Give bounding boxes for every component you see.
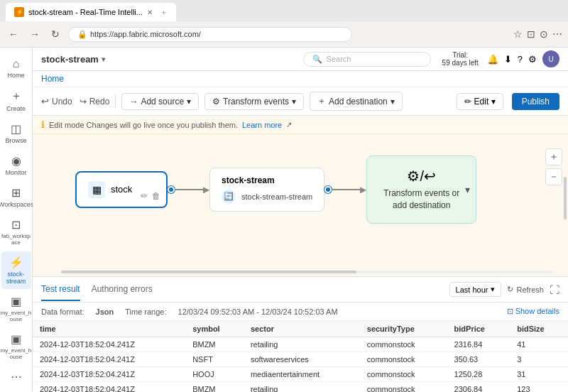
workspaces-icon: ⊞: [11, 186, 21, 200]
sidebar-item-stock-stream[interactable]: ⚡ stock-stream: [1, 251, 31, 289]
zoom-in-btn[interactable]: ＋: [545, 148, 562, 165]
sidebar-item-fab[interactable]: ⊡ fab_workspace: [1, 214, 31, 250]
table-cell: HOOJ: [185, 367, 244, 382]
sidebar-item-browse[interactable]: ◫ Browse: [1, 118, 31, 148]
external-link-icon: ↗: [286, 121, 292, 129]
destination-node[interactable]: ⚙/↩ Transform events or add destination …: [366, 156, 476, 224]
tab-authoring-errors[interactable]: Authoring errors: [92, 278, 153, 301]
tab-close-btn[interactable]: ✕: [147, 9, 153, 16]
add-destination-btn[interactable]: ＋ Add destination ▾: [310, 92, 403, 111]
redo-btn[interactable]: Redo: [89, 97, 110, 107]
data-table[interactable]: time symbol sector securityType bidPrice…: [33, 321, 568, 392]
back-btn[interactable]: ←: [6, 27, 21, 41]
help-icon[interactable]: ?: [518, 54, 523, 65]
top-bar-icons: 🔔 ⬇ ? ⚙ U: [487, 50, 559, 67]
show-details-btn[interactable]: ⊡ Show details: [507, 307, 559, 316]
canvas[interactable]: ▦ stock ✏ 🗑 ▶: [33, 134, 568, 276]
learn-more-link[interactable]: Learn more: [242, 121, 282, 129]
publish-btn[interactable]: Publish: [512, 93, 559, 110]
browse-icon: ◫: [11, 122, 21, 136]
table-cell: NSFT: [185, 352, 244, 367]
delete-node-icon[interactable]: 🗑: [152, 191, 160, 201]
canvas-scrollbar[interactable]: [564, 177, 567, 219]
notification-icon[interactable]: 🔔: [487, 54, 498, 65]
fab-icon: ⊡: [11, 218, 21, 232]
event2-icon: ▣: [11, 332, 21, 346]
reload-btn[interactable]: ↻: [48, 27, 62, 41]
share-icon[interactable]: ⚙: [528, 54, 537, 65]
sidebar-item-monitor[interactable]: ◉ Monitor: [1, 150, 31, 180]
search-box[interactable]: 🔍 Search: [303, 52, 431, 67]
data-format-label: Data format:: [41, 307, 84, 316]
edit-btn[interactable]: ✏ Edit ▾: [457, 93, 503, 110]
table-row: 2024-12-03T18:52:04.241ZNSFTsoftwareserv…: [33, 352, 568, 367]
workspace-name[interactable]: stock-stream ▾: [41, 54, 105, 65]
source-node[interactable]: ▦ stock ✏ 🗑: [75, 171, 168, 208]
sidebar-item-event1[interactable]: ▣ my_event_house: [1, 290, 31, 327]
canvas-hscrollbar-track: [61, 271, 554, 273]
zoom-out-btn[interactable]: －: [545, 168, 562, 185]
table-cell: commonstock: [360, 382, 447, 393]
home-link[interactable]: Home: [41, 74, 64, 84]
settings-icon[interactable]: ⋯: [552, 28, 562, 40]
stream-node[interactable]: stock-stream 🔄 stock-stream-stream: [209, 168, 324, 212]
profile-icon[interactable]: ⊙: [540, 28, 548, 40]
add-source-chevron: ▾: [187, 97, 191, 107]
download-icon[interactable]: ⬇: [504, 54, 512, 65]
top-bar: stock-stream ▾ 🔍 Search Trial: 59 days l…: [33, 48, 568, 71]
extension-icon[interactable]: ⊡: [527, 28, 535, 40]
breadcrumb: Home: [33, 71, 568, 87]
active-tab[interactable]: ⚡ stock-stream - Real-Time Intelli... ✕ …: [6, 3, 176, 21]
tab-test-result[interactable]: Test result: [41, 278, 80, 301]
table-body: 2024-12-03T18:52:04.241ZBMZMretailingcom…: [33, 337, 568, 393]
add-source-icon: →: [129, 97, 138, 107]
connector-dot2: [324, 186, 332, 193]
sidebar-item-event2[interactable]: ▣ my_event_house: [1, 328, 31, 364]
transform-events-btn[interactable]: ⚙ Transform events ▾: [204, 93, 304, 110]
edit-banner: ℹ Edit mode Changes will go live once yo…: [33, 116, 568, 134]
expand-icon[interactable]: ⛶: [550, 284, 559, 295]
table-cell: BMZM: [185, 337, 244, 352]
table-header-row: time symbol sector securityType bidPrice…: [33, 321, 568, 337]
search-icon: 🔍: [312, 55, 322, 64]
sidebar-item-workspaces[interactable]: ⊞ Workspaces: [1, 182, 31, 212]
more-icon: ⋯: [11, 370, 22, 383]
create-icon: ＋: [11, 89, 22, 104]
table-cell: 41: [510, 337, 568, 352]
flow-container: ▦ stock ✏ 🗑 ▶: [75, 156, 476, 224]
browser-icons: ☆ ⊡ ⊙ ⋯: [513, 28, 562, 40]
edit-node-icon[interactable]: ✏: [141, 191, 148, 201]
user-avatar[interactable]: U: [542, 50, 559, 67]
table-row: 2024-12-03T18:52:04.241ZHOOJmediaenterta…: [33, 367, 568, 382]
sidebar-item-home[interactable]: ⌂ Home: [1, 53, 31, 83]
time-selector-chevron: ▾: [491, 285, 495, 294]
sidebar-item-realtime[interactable]: ⚡ Real-TimeIntelligence: [1, 389, 31, 392]
refresh-icon: ↻: [507, 285, 513, 294]
results-tabs: Test result Authoring errors Last hour ▾…: [33, 277, 568, 303]
table-cell: softwareservices: [244, 352, 360, 367]
data-info: Data format: Json Time range: 12/03/24 0…: [33, 303, 568, 321]
add-source-btn[interactable]: → Add source ▾: [121, 93, 199, 110]
browser-chrome: ⚡ stock-stream - Real-Time Intelli... ✕ …: [0, 0, 568, 48]
table-cell: 2024-12-03T18:52:04.241Z: [33, 352, 185, 367]
star-icon[interactable]: ☆: [513, 28, 523, 40]
workspace-chevron: ▾: [102, 55, 105, 63]
canvas-hscrollbar-thumb[interactable]: [61, 271, 356, 273]
table-cell: 3: [510, 352, 568, 367]
source-node-icon: ▦: [88, 181, 105, 198]
undo-btn[interactable]: Undo: [52, 97, 72, 107]
refresh-btn[interactable]: ↻ Refresh: [507, 285, 544, 294]
address-bar[interactable]: 🔒 https://app.fabric.microsoft.com/: [68, 27, 352, 42]
time-selector-label: Last hour: [456, 285, 488, 294]
forward-btn[interactable]: →: [27, 27, 43, 41]
transform-chevron: ▾: [292, 97, 296, 107]
time-selector[interactable]: Last hour ▾: [449, 282, 502, 297]
stream-icon: 🔄: [222, 190, 236, 204]
sidebar-item-create[interactable]: ＋ Create: [1, 85, 31, 116]
transform-icon: ⚙: [212, 97, 220, 107]
new-tab-btn[interactable]: ＋: [160, 7, 168, 18]
table-cell: 350.63: [447, 352, 510, 367]
app-container: ⌂ Home ＋ Create ◫ Browse ◉ Monitor ⊞ Wor…: [0, 48, 568, 392]
col-bid-price: bidPrice: [447, 321, 510, 337]
sidebar-item-more[interactable]: ⋯: [1, 366, 31, 388]
